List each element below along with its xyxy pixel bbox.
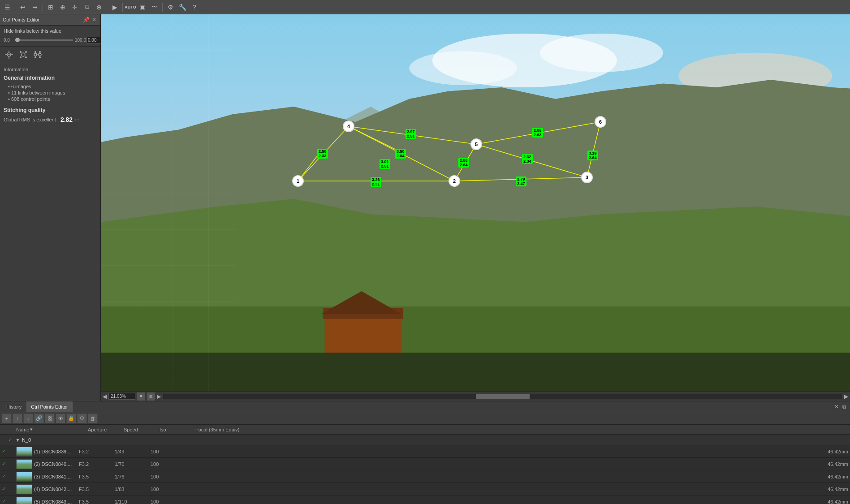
row-check-2[interactable]: ✓	[2, 461, 9, 467]
tab-history[interactable]: History	[2, 401, 26, 412]
panel-pin-button[interactable]: 📌	[82, 16, 90, 23]
row-iso-4: 100	[151, 487, 186, 492]
select-icon[interactable]: ⧉	[82, 2, 92, 13]
point-type-1-icon[interactable]	[4, 49, 14, 60]
move-icon[interactable]: ⊕	[94, 2, 104, 13]
col-name-label: Name	[16, 427, 29, 432]
wave-icon[interactable]: 〜	[149, 2, 160, 13]
row-name-2: (2) DSCN0840....	[34, 461, 79, 467]
svg-point-17	[39, 56, 41, 58]
rms-indicator: ↑↑	[74, 117, 79, 122]
slider-row: 0.0 100.0 0.00 ▲ ▼	[4, 36, 97, 43]
row-speed-4: 1/83	[115, 487, 151, 492]
main-toolbar: ☰ ↩ ↪ ⊞ ⊕ ✛ ⧉ ⊕ ▶ AUTO ◉ 〜 ⚙ 🔧 ?	[0, 0, 850, 14]
table-header: Name ▾ Aperture Speed Iso Focal (35mm Eq…	[0, 425, 850, 435]
horizontal-scrollbar[interactable]	[163, 394, 842, 399]
info-bullet-images: 6 images	[4, 84, 97, 89]
svg-point-14	[35, 51, 36, 53]
redo-icon[interactable]: ↪	[30, 2, 40, 13]
menu-icon[interactable]: ☰	[2, 2, 13, 13]
table-row[interactable]: ✓ (2) DSCN0840.... F3.2 1/70 100 46.42mm	[0, 458, 850, 470]
svg-point-15	[39, 51, 41, 53]
zoom-input[interactable]: 21.03%	[108, 393, 135, 400]
wrench-icon[interactable]: 🔧	[177, 2, 188, 13]
layer-visible-button[interactable]: 👁	[56, 414, 65, 423]
info-section: Information General information 6 images…	[0, 63, 100, 401]
row-check-5[interactable]: ✓	[2, 499, 9, 504]
quality-title: Stitching quality	[4, 107, 97, 113]
panel-header: Ctrl Points Editor 📌 ✕	[0, 14, 100, 26]
info-bullet-points: 608 control points	[4, 96, 97, 102]
nav-left-arrow[interactable]: ◀	[103, 393, 107, 400]
point-type-3-icon[interactable]	[32, 49, 43, 60]
viewport[interactable]: 2.972.51 2.852.63 3.502.84 3.012.51 2.88…	[101, 14, 850, 401]
color-icon[interactable]: ◉	[137, 2, 148, 13]
row-name-1: (1) DSCN0839....	[34, 449, 79, 454]
point-type-2-icon[interactable]	[18, 49, 29, 60]
nav-right-arrow[interactable]: ▶	[157, 393, 161, 400]
layer-unlink-button[interactable]: ⛓	[45, 414, 55, 423]
layer-lock-button[interactable]: 🔒	[66, 414, 76, 423]
layer-delete-button[interactable]: 🗑	[88, 414, 98, 423]
group-name-n0: N_0	[22, 437, 31, 443]
layer-down-button[interactable]: ↓	[23, 414, 33, 423]
group-row-n0[interactable]: ✓ ▼ N_0	[0, 435, 850, 445]
tab-ctrl-points[interactable]: Ctrl Points Editor	[26, 401, 73, 412]
table-row[interactable]: ✓ (5) DSCN0843.... F3.5 1/110 100 46.42m…	[0, 495, 850, 504]
table-row[interactable]: ✓ (4) DSCN0842.... F3.5 1/83 100 46.42mm	[0, 483, 850, 495]
panel-close-button[interactable]: ✕	[91, 16, 98, 23]
general-info-title: General information	[4, 75, 97, 81]
scrollbar-thumb[interactable]	[476, 394, 530, 399]
grid-icon[interactable]: ⊞	[45, 2, 56, 13]
row-check-3[interactable]: ✓	[2, 474, 9, 479]
row-thumbnail-1	[16, 447, 32, 457]
table-row[interactable]: ✓ (1) DSCN0839.... F3.2 1/49 100 46.42mm	[0, 445, 850, 458]
quality-section: Stitching quality Global RMS is excellen…	[4, 107, 97, 123]
group-check-n0[interactable]: ✓	[8, 437, 15, 443]
undo-icon[interactable]: ↩	[17, 2, 28, 13]
slider-max-label: 100.0	[75, 38, 85, 43]
group-arrow-n0[interactable]: ▼	[15, 437, 20, 443]
row-iso-3: 100	[151, 474, 186, 479]
settings-icon[interactable]: ⚙	[165, 2, 176, 13]
row-thumbnail-5	[16, 497, 32, 504]
table-row[interactable]: ✓ (3) DSCN0841.... F3.5 1/76 100 46.42mm	[0, 470, 850, 483]
row-focal-1: 46.42mm	[828, 449, 848, 454]
zoom-dropdown-button[interactable]: ▾	[137, 392, 145, 401]
row-thumbnail-3	[16, 472, 32, 482]
play-icon[interactable]: ▶	[109, 2, 120, 13]
zoom-fit-button[interactable]: ⊞	[147, 392, 155, 401]
close-panel-button[interactable]: ✕	[833, 404, 841, 410]
separator	[43, 3, 43, 12]
link-threshold-slider[interactable]	[15, 39, 73, 41]
add-layer-button[interactable]: +	[2, 414, 12, 423]
row-check-1[interactable]: ✓	[2, 448, 9, 454]
row-iso-2: 100	[151, 461, 186, 467]
row-speed-1: 1/49	[115, 449, 151, 454]
panel-title: Ctrl Points Editor	[3, 17, 40, 22]
auto-icon[interactable]: AUTO	[125, 2, 136, 13]
row-focal-4: 46.42mm	[828, 487, 848, 492]
separator	[122, 3, 123, 12]
nav-end-arrow[interactable]: ▶	[844, 393, 848, 400]
row-speed-3: 1/76	[115, 474, 151, 479]
mountain-scene-svg	[101, 14, 850, 391]
svg-point-6	[22, 53, 25, 56]
float-panel-button[interactable]: ⧉	[841, 404, 848, 410]
col-name-sort[interactable]: ▾	[30, 426, 33, 432]
col-header-iso: Iso	[160, 427, 195, 432]
row-name-5: (5) DSCN0843....	[34, 499, 79, 504]
tab-bar: History Ctrl Points Editor ✕ ⧉	[0, 401, 850, 412]
layer-up-button[interactable]: ↑	[13, 414, 22, 423]
help-icon[interactable]: ?	[189, 2, 200, 13]
layer-link-button[interactable]: 🔗	[34, 414, 44, 423]
crosshair2-icon[interactable]: ✛	[69, 2, 80, 13]
row-check-4[interactable]: ✓	[2, 486, 9, 492]
col-header-focal: Focal (35mm Equiv)	[195, 427, 258, 432]
layer-settings-button[interactable]: ⚙	[77, 414, 87, 423]
col-header-speed: Speed	[124, 427, 160, 432]
svg-point-12	[39, 53, 41, 56]
crosshair-icon[interactable]: ⊕	[57, 2, 68, 13]
point-icons-section	[0, 47, 100, 63]
svg-point-16	[35, 56, 36, 58]
